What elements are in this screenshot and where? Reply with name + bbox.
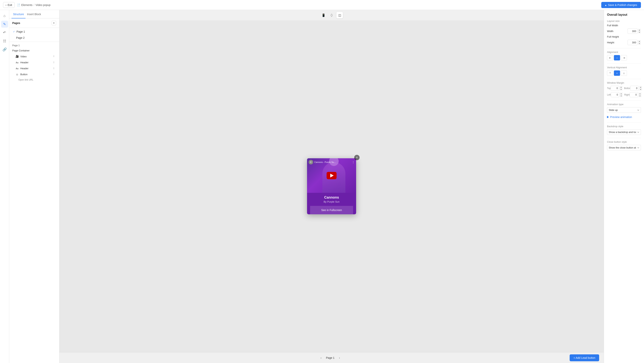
tree-header2-label: Header bbox=[20, 67, 28, 70]
valign-bottom-btn[interactable]: ⊥ bbox=[621, 70, 627, 76]
margin-bottom-label: Bottom bbox=[624, 87, 630, 90]
window-margin-label: Window Margin bbox=[607, 81, 641, 84]
margin-left-group: ▲▼ bbox=[611, 92, 623, 97]
drag-handle-header1[interactable]: ⠿ bbox=[53, 61, 55, 64]
width-spin-up[interactable]: ▲ bbox=[638, 29, 641, 31]
valign-top-btn[interactable]: ⊤ bbox=[607, 70, 613, 76]
align-left-btn[interactable]: ⇤ bbox=[607, 55, 613, 61]
divider-3 bbox=[607, 79, 641, 79]
play-triangle-icon bbox=[330, 174, 334, 177]
add-lead-button[interactable]: + Add Lead button bbox=[570, 354, 599, 361]
device-bar: 📱 〈〉 ◫ bbox=[60, 10, 604, 20]
left-panel: Structure Insert Block Pages + ✓ Page 1 … bbox=[9, 10, 60, 363]
pages-title: Pages bbox=[12, 22, 20, 25]
animation-type-select[interactable]: Slide up Slide down Fade in None bbox=[607, 107, 641, 113]
tree-item-video[interactable]: 🎥 Video ⠿ bbox=[12, 54, 56, 59]
preview-animation-button[interactable]: Preview animation bbox=[607, 115, 632, 119]
page1-tree-label: Page 1 bbox=[12, 44, 56, 47]
right-panel-title: Overall layout bbox=[607, 13, 641, 17]
page-item-2[interactable]: Page 2 bbox=[9, 35, 59, 41]
page-item-1[interactable]: ✓ Page 1 bbox=[9, 29, 59, 35]
height-spinner: ▲ ▼ bbox=[638, 40, 641, 45]
popup-close-button[interactable]: × bbox=[354, 155, 360, 160]
cursor-icon-btn[interactable]: ↶ bbox=[1, 29, 8, 36]
popup-cta-button[interactable]: See in Fullscreen bbox=[310, 206, 353, 214]
align-right-btn[interactable]: ⇥ bbox=[621, 55, 627, 61]
margin-top-group: ▲▼ bbox=[611, 86, 622, 91]
tree-button-subtext: Open link URL bbox=[12, 78, 56, 82]
width-row: Width ▲ ▼ bbox=[607, 29, 641, 34]
mobile-device-btn[interactable]: 📱 bbox=[320, 12, 327, 19]
height-input-group: ▲ ▼ bbox=[628, 40, 641, 45]
exit-button[interactable]: ‹ Exit bbox=[3, 2, 14, 8]
tab-structure[interactable]: Structure bbox=[12, 10, 26, 19]
margin-right-down[interactable]: ▼ bbox=[638, 95, 642, 97]
tab-insert-block[interactable]: Insert Block bbox=[26, 10, 42, 19]
main-layout: ⌂ ✎ ↶ ☷ 🔗 Structure Insert Block Pages +… bbox=[0, 10, 644, 363]
divider-2 bbox=[607, 64, 641, 64]
margin-top-up[interactable]: ▲ bbox=[620, 86, 622, 88]
breadcrumb-separator: / bbox=[34, 4, 34, 7]
canvas-area: 📱 〈〉 ◫ × C Cannons - Purple Su... ⋮ bbox=[60, 10, 604, 363]
align-center-btn[interactable]: ↔ bbox=[614, 55, 620, 61]
popup-video-area: C Cannons - Purple Su... ⋮ bbox=[307, 158, 356, 193]
margin-right-up[interactable]: ▲ bbox=[638, 93, 642, 95]
valign-middle-btn[interactable]: + bbox=[614, 70, 620, 76]
next-page-btn[interactable]: › bbox=[337, 355, 342, 360]
link-icon-btn[interactable]: 🔗 bbox=[1, 46, 8, 53]
icon-bar: ⌂ ✎ ↶ ☷ 🔗 bbox=[0, 10, 9, 363]
save-publish-button[interactable]: ▴ Save & Publish changes bbox=[601, 2, 641, 8]
layout-size-label: Layout size bbox=[607, 20, 641, 23]
popup-info: Cannons By Purple Sun See in Fullscreen bbox=[307, 193, 356, 214]
margin-top-input[interactable] bbox=[611, 86, 619, 91]
tree-item-button[interactable]: ◎ Button ⠿ bbox=[12, 72, 56, 77]
divider-4 bbox=[607, 100, 641, 101]
tree-item-header2[interactable]: Aa Header ⠿ bbox=[12, 66, 56, 71]
breadcrumb-current: Video popup bbox=[36, 4, 50, 7]
open-link-url-text: Open link URL bbox=[18, 79, 33, 81]
margin-top-down[interactable]: ▼ bbox=[620, 88, 622, 91]
margin-bottom-down[interactable]: ▼ bbox=[639, 88, 642, 91]
full-height-label: Full Height bbox=[607, 35, 619, 38]
alignment-label: Alignment bbox=[607, 51, 641, 54]
popup-card: C Cannons - Purple Su... ⋮ Cannons bbox=[307, 158, 356, 214]
tree-item-header1[interactable]: Aa Header ⠿ bbox=[12, 60, 56, 65]
backdrop-section: Backdrop style Show a backdrop and lock … bbox=[607, 125, 641, 135]
page-nav: ‹ Page 1 › bbox=[318, 355, 342, 360]
drag-handle-button[interactable]: ⠿ bbox=[53, 73, 55, 76]
close-button-style-select[interactable]: Show the close button at the t Hide clos… bbox=[607, 145, 641, 150]
margin-right-label: Right bbox=[624, 93, 630, 96]
margin-bottom-up[interactable]: ▲ bbox=[639, 86, 642, 88]
home-icon-btn[interactable]: ⌂ bbox=[1, 12, 8, 19]
backdrop-style-select[interactable]: Show a backdrop and lock pa Show a backd… bbox=[607, 129, 641, 135]
margin-bottom-input[interactable] bbox=[630, 86, 639, 91]
grid-icon-btn[interactable]: ☷ bbox=[1, 38, 8, 45]
width-spin-down[interactable]: ▼ bbox=[638, 31, 641, 33]
page-1-label: Page 1 bbox=[16, 30, 25, 33]
play-button[interactable] bbox=[326, 172, 336, 179]
add-page-button[interactable]: + bbox=[52, 21, 56, 25]
tree-button-label: Button bbox=[20, 73, 28, 76]
drag-handle-header2[interactable]: ⠿ bbox=[53, 67, 55, 70]
margin-right-input[interactable] bbox=[630, 92, 638, 97]
drag-handle-video[interactable]: ⠿ bbox=[53, 55, 55, 58]
height-spin-up[interactable]: ▲ bbox=[638, 40, 641, 42]
video-overlay bbox=[307, 158, 356, 193]
margin-left-label: Left bbox=[607, 93, 611, 96]
edit-icon-btn[interactable]: ✎ bbox=[1, 21, 8, 28]
desktop-device-btn[interactable]: ◫ bbox=[336, 12, 343, 19]
page-container-label: Page Container bbox=[12, 48, 56, 54]
margin-left-input[interactable] bbox=[611, 92, 619, 97]
tablet-device-btn[interactable]: 〈〉 bbox=[328, 12, 335, 19]
height-input[interactable] bbox=[628, 40, 638, 45]
vertical-alignment-section: Vertical Alignment ⊤ + ⊥ bbox=[607, 66, 641, 76]
width-label: Width bbox=[607, 30, 613, 33]
width-input[interactable] bbox=[628, 29, 638, 34]
prev-page-btn[interactable]: ‹ bbox=[318, 355, 324, 360]
layout-size-section: Layout size Full Width Width ▲ ▼ Full He… bbox=[607, 20, 641, 45]
window-margin-section: Window Margin Top ▲▼ Bottom ▲▼ Left ▲▼ bbox=[607, 81, 641, 97]
height-spin-down[interactable]: ▼ bbox=[638, 42, 641, 45]
full-width-row: Full Width bbox=[607, 24, 641, 27]
margin-left-up[interactable]: ▲ bbox=[620, 93, 623, 95]
margin-left-down[interactable]: ▼ bbox=[620, 95, 623, 97]
